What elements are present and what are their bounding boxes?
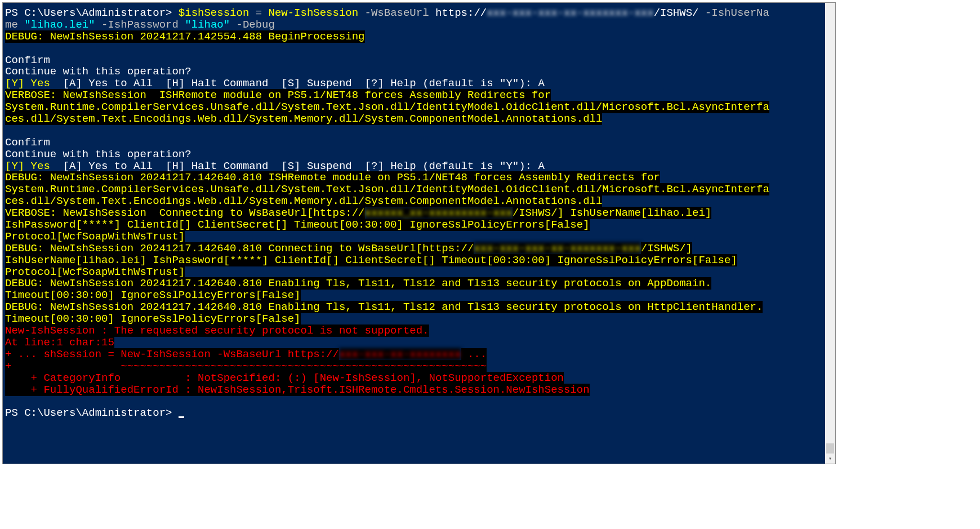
error-underline: + ~~~~~~~~~~~~~~~~~~~~~~~~~~~~~~~~~~~~~~… (5, 361, 833, 372)
error-context: + ... shSession = New-IshSession -WsBase… (5, 349, 833, 361)
verbose-output: VERBOSE: NewIshSession Connecting to WsB… (5, 207, 833, 219)
option-halt[interactable]: [H] Halt Command (153, 77, 268, 90)
prompt-line[interactable]: PS C:\Users\Administrator> (5, 407, 833, 419)
powershell-terminal[interactable]: PS C:\Users\Administrator> $ishSession =… (2, 2, 836, 464)
confirm-header: Confirm (5, 55, 833, 66)
option-halt[interactable]: [H] Halt Command (153, 160, 268, 172)
command-line-2: me "lihao.lei" -IshPassword "lihao" -Deb… (5, 19, 833, 31)
verbose-output: VERBOSE: NewIshSession ISHRemote module … (5, 90, 833, 101)
error-location: At line:1 char:15 (5, 337, 833, 349)
option-help[interactable]: [?] Help (default is "Y"): (352, 160, 538, 172)
option-all[interactable]: [A] Yes to All (50, 77, 153, 90)
redacted-url: xxxxxx_xx-xxxxxxxxx-xxx (365, 207, 513, 219)
option-help[interactable]: [?] Help (default is "Y"): (352, 77, 538, 90)
cursor (179, 416, 184, 418)
error-category: + CategoryInfo : NotSpecified: (:) [New-… (5, 372, 833, 384)
debug-output: DEBUG: NewIshSession 20241217.142640.810… (5, 278, 833, 290)
cmdlet-name: New-IshSession (269, 7, 359, 19)
debug-output: DEBUG: NewIshSession 20241217.142640.810… (5, 172, 833, 184)
confirm-header-2: Confirm (5, 137, 833, 149)
user-input: A (538, 77, 544, 90)
confirm-options-2[interactable]: [Y] Yes [A] Yes to All [H] Halt Command … (5, 161, 833, 172)
confirm-question: Continue with this operation? (5, 66, 833, 78)
variable: $ishSession (179, 7, 249, 19)
debug-output: DEBUG: NewIshSession 20241217.142640.810… (5, 243, 833, 255)
option-yes[interactable]: [Y] Yes (5, 160, 50, 172)
option-suspend[interactable]: [S] Suspend (269, 160, 352, 172)
error-message: New-IshSession : The requested security … (5, 325, 833, 337)
option-all[interactable]: [A] Yes to All (50, 160, 153, 172)
debug-output: DEBUG: NewIshSession 20241217.142640.810… (5, 301, 833, 313)
prompt: PS C:\Users\Administrator> (5, 7, 179, 19)
redacted-url: xxx-xxx-xxx-xx-xxxxxxx-xxx (487, 7, 653, 19)
error-id: + FullyQualifiedErrorId : NewIshSession,… (5, 384, 833, 396)
prompt: PS C:\Users\Administrator> (5, 407, 179, 419)
option-suspend[interactable]: [S] Suspend (269, 77, 352, 90)
command-line-1: PS C:\Users\Administrator> $ishSession =… (5, 7, 833, 19)
password-string: "lihao" (185, 19, 230, 31)
redacted-url: xxx-xxx-xx-xxxxxxxx (339, 348, 461, 361)
scrollbar-thumb[interactable] (826, 443, 834, 454)
confirm-options[interactable]: [Y] Yes [A] Yes to All [H] Halt Command … (5, 78, 833, 90)
confirm-question-2: Continue with this operation? (5, 149, 833, 161)
username-string: "lihao.lei" (24, 19, 95, 31)
redacted-url: xxx-xxx-xxx-xx-xxxxxxx-xxx (474, 242, 640, 255)
debug-output: DEBUG: NewIshSession 20241217.142554.488… (5, 31, 833, 43)
scrollbar[interactable]: ▾ (825, 3, 835, 464)
option-yes[interactable]: [Y] Yes (5, 77, 50, 90)
user-input: A (538, 160, 544, 172)
scrollbar-down-icon[interactable]: ▾ (825, 454, 835, 464)
